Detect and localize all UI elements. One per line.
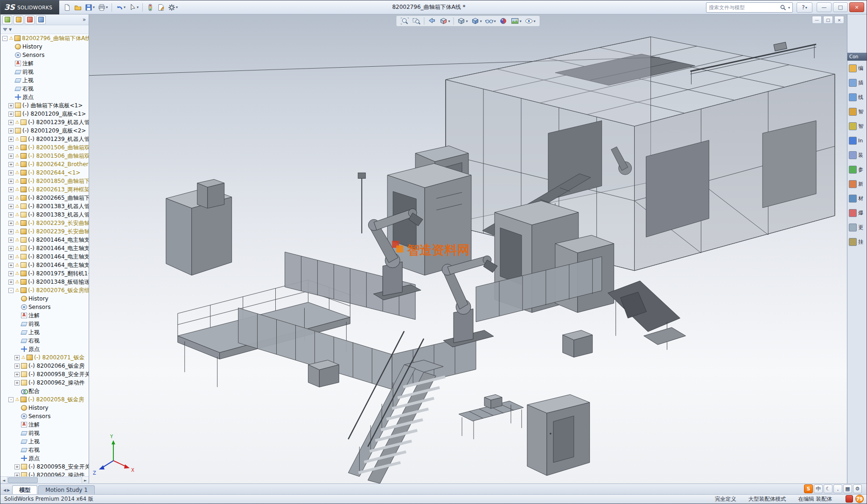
open-document-button[interactable] xyxy=(73,2,83,13)
tree-item[interactable]: + (-) 82001209_底板<2> xyxy=(0,126,89,135)
tree-item[interactable]: - 82002796_曲轴箱下体A线 xyxy=(0,34,89,42)
task-pane-item[interactable]: In xyxy=(847,133,867,148)
tree-item[interactable]: + (-) 82001209_底板<1> xyxy=(0,110,89,118)
doc-close-button[interactable]: × xyxy=(834,16,844,24)
tree-item[interactable]: 注解 xyxy=(0,420,89,429)
tree-item[interactable]: 原点 xyxy=(0,345,89,353)
tree-expand-box[interactable]: + xyxy=(8,196,14,201)
edit-appearance-icon[interactable] xyxy=(498,17,509,25)
tree-item[interactable]: History xyxy=(0,404,89,412)
task-pane-item[interactable]: 参 xyxy=(847,162,867,177)
tree-item[interactable]: History xyxy=(0,42,89,51)
tree-item[interactable]: - (-) 82002058_钣金房 xyxy=(0,395,89,404)
task-pane-item[interactable]: 智 xyxy=(847,105,867,119)
tree-item[interactable]: 右视 xyxy=(0,336,89,345)
tree-item[interactable]: + (-) 82002066_钣金房 xyxy=(0,362,89,370)
search-icon[interactable] xyxy=(780,4,786,11)
tree-item[interactable]: - (-) 82002076_钣金房组 xyxy=(0,286,89,294)
ime-bar-button[interactable]: S xyxy=(804,484,813,493)
displaymanager-tab[interactable] xyxy=(36,15,46,24)
select-tool-button[interactable] xyxy=(127,2,140,13)
ime-bar-button[interactable]: 中 xyxy=(814,484,823,493)
tree-item[interactable]: + (-) 82001850_曲轴箱下 xyxy=(0,177,89,185)
task-pane-item[interactable]: 插 xyxy=(847,76,867,90)
document-tab[interactable]: Motion Study 1 xyxy=(38,485,95,494)
tree-item[interactable]: 上视 xyxy=(0,437,89,446)
apply-scene-icon[interactable] xyxy=(510,17,523,25)
tree-expand-box[interactable]: + xyxy=(8,120,14,125)
help-button[interactable]: ? xyxy=(797,2,812,13)
tree-item[interactable]: 上视 xyxy=(0,328,89,336)
tree-item[interactable]: + (-) 82001383_机器人管线 xyxy=(0,202,89,210)
tree-expand-box[interactable]: + xyxy=(8,137,14,142)
tree-item[interactable]: + (-) 82001348_板链输送机 xyxy=(0,278,89,286)
tree-item[interactable]: 前视 xyxy=(0,429,89,437)
tree-expand-box[interactable]: + xyxy=(8,162,14,167)
task-pane-item[interactable]: 线 xyxy=(847,90,867,105)
graphics-area[interactable]: — □ × xyxy=(89,14,847,483)
tree-item[interactable]: + (-) 82001239_机器人管线 xyxy=(0,118,89,126)
tree-expand-box[interactable]: - xyxy=(8,397,14,402)
tree-item[interactable]: History xyxy=(0,294,89,303)
tree-item[interactable]: + (-) 82000962_操动件 xyxy=(0,471,89,476)
featuremanager-tab[interactable] xyxy=(2,15,12,24)
tree-expand-box[interactable]: - xyxy=(8,288,14,293)
tree-item[interactable]: + (-) 82002071_钣金 xyxy=(0,353,89,362)
view-orientation-icon[interactable] xyxy=(456,17,468,25)
tree-item[interactable]: + (-) 82001239_机器人管线 xyxy=(0,135,89,143)
file-properties-button[interactable] xyxy=(156,2,166,13)
tree-item[interactable]: + (-) 82001464_电主轴支架 xyxy=(0,252,89,261)
minimize-button[interactable]: — xyxy=(817,2,832,12)
scrollbar-thumb[interactable] xyxy=(8,477,38,483)
configurationmanager-tab[interactable] xyxy=(25,15,35,24)
tree-item[interactable]: 前视 xyxy=(0,68,89,76)
tree-expand-box[interactable]: + xyxy=(8,103,14,108)
tree-expand-box[interactable]: + xyxy=(8,246,14,251)
tree-item[interactable]: + (-) 82002644_<1> xyxy=(0,168,89,177)
new-document-button[interactable] xyxy=(62,2,72,13)
tree-expand-box[interactable]: + xyxy=(8,254,14,259)
scroll-right-arrow[interactable]: ► xyxy=(82,477,89,483)
task-pane-item[interactable]: 新 xyxy=(847,177,867,191)
tree-expand-box[interactable]: + xyxy=(8,112,14,117)
tree-expand-box[interactable]: + xyxy=(8,154,14,159)
tree-item[interactable]: Sensors xyxy=(0,412,89,420)
search-dropdown-chevron[interactable]: ▾ xyxy=(788,6,790,10)
tree-expand-box[interactable]: + xyxy=(14,380,20,385)
tree-expand-box[interactable]: + xyxy=(14,355,20,360)
task-pane-item[interactable]: 装 xyxy=(847,148,867,162)
tree-item[interactable]: + (-) 82002665_曲轴箱下体 xyxy=(0,194,89,202)
ime-bar-button[interactable]: ， xyxy=(833,484,842,493)
tree-item[interactable]: + (-) 82000958_安全开关 xyxy=(0,370,89,378)
tree-item[interactable]: + (-) 82002239_长安曲轴 xyxy=(0,227,89,236)
undo-button[interactable] xyxy=(114,2,127,13)
tree-expand-box[interactable]: + xyxy=(14,364,20,369)
tree-expand-box[interactable]: + xyxy=(8,229,14,234)
tree-item[interactable]: 右视 xyxy=(0,84,89,93)
task-pane-item[interactable]: 材 xyxy=(847,191,867,206)
tree-expand-box[interactable]: + xyxy=(14,372,20,377)
task-pane-header[interactable]: Con xyxy=(847,53,867,61)
view-settings-icon[interactable] xyxy=(524,17,537,25)
tab-scroll-arrow[interactable]: ▶ xyxy=(7,488,10,492)
tree-item[interactable]: + (-) 82000962_操动件 xyxy=(0,378,89,387)
tree-expand-box[interactable]: + xyxy=(8,187,14,192)
tree-expand-box[interactable]: + xyxy=(8,179,14,184)
tree-horizontal-scrollbar[interactable]: ◄ ► xyxy=(0,476,89,483)
tree-item[interactable]: + (-) 82001506_曲轴箱双 xyxy=(0,152,89,160)
ime-bar-button[interactable]: ⚙ xyxy=(853,484,862,493)
tree-expand-box[interactable]: + xyxy=(8,212,14,217)
section-view-icon[interactable] xyxy=(438,17,451,25)
tree-item[interactable]: Sensors xyxy=(0,303,89,311)
close-button[interactable]: × xyxy=(849,2,864,12)
tree-expand-box[interactable]: + xyxy=(8,271,14,276)
hide-show-items-icon[interactable] xyxy=(484,17,497,25)
tree-item[interactable]: + (-) 82001464_电主轴支架 xyxy=(0,244,89,252)
maximize-button[interactable]: □ xyxy=(833,2,848,12)
tree-item[interactable]: + (-) 82002239_长安曲轴 xyxy=(0,219,89,227)
options-button[interactable] xyxy=(167,2,179,13)
task-pane-item[interactable]: 编 xyxy=(847,61,867,76)
tree-expand-box[interactable]: + xyxy=(8,263,14,268)
tree-item[interactable]: + (-) 82000958_安全开关 xyxy=(0,462,89,471)
tree-filter-bar[interactable]: ▼ xyxy=(0,25,89,34)
